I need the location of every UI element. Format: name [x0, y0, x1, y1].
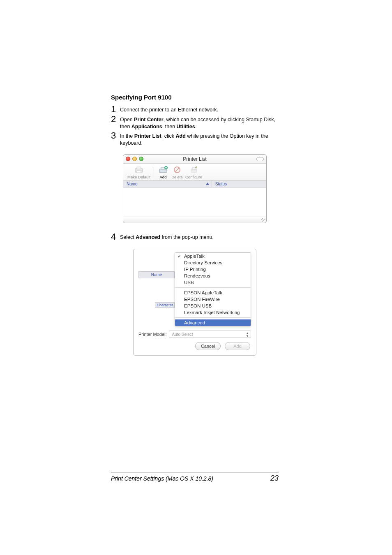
figure-2: Name Character AppleTalk Directory Servi…	[111, 249, 279, 356]
window-titlebar: Printer List	[123, 155, 266, 164]
toolbar-label: Delete	[171, 175, 182, 179]
page-number: 23	[270, 474, 279, 483]
character-label: Character	[155, 302, 175, 308]
page-footer: Print Center Settings (Mac OS X 10.2.8) …	[111, 472, 279, 483]
step-number: 3	[111, 131, 120, 140]
add-printer-sheet: Name Character AppleTalk Directory Servi…	[133, 249, 256, 356]
svg-rect-2	[137, 171, 141, 173]
make-default-button[interactable]: Make Default	[127, 165, 150, 179]
step-number: 2	[111, 115, 120, 124]
footer-title: Print Center Settings (Mac OS X 10.2.8)	[111, 475, 213, 482]
printer-model-row: Printer Model: Auto Select ▲▼	[134, 328, 256, 338]
configure-icon	[188, 165, 200, 174]
delete-icon	[171, 165, 183, 174]
menu-item-advanced[interactable]: Advanced	[175, 319, 251, 326]
toolbar-separator	[154, 167, 154, 179]
printer-model-label: Printer Model:	[138, 332, 166, 337]
svg-rect-1	[137, 167, 141, 169]
menu-item-lexmark[interactable]: Lexmark Inkjet Networking	[175, 309, 251, 316]
menu-item-appletalk[interactable]: AppleTalk	[175, 253, 251, 259]
svg-line-7	[175, 168, 179, 172]
sort-indicator-icon	[206, 183, 209, 185]
step-text: Connect the printer to an Ethernet netwo…	[120, 105, 279, 113]
resize-handle-icon[interactable]	[261, 218, 265, 222]
step-number: 1	[111, 105, 120, 114]
printer-list-window: Printer List Make Default Add	[123, 154, 267, 223]
column-status[interactable]: Status	[212, 182, 266, 186]
section-heading: Specifying Port 9100	[111, 94, 279, 101]
toolbar-label: Configure	[185, 175, 202, 179]
table-body	[123, 187, 266, 217]
add-button[interactable]: Add	[225, 342, 250, 350]
step-list-2: 4 Select Advanced from the pop-up menu.	[111, 232, 279, 241]
window-title: Printer List	[123, 156, 266, 162]
menu-item-epson-firewire[interactable]: EPSON FireWire	[175, 296, 251, 303]
delete-button[interactable]: Delete	[171, 165, 183, 179]
printer-model-select[interactable]: Auto Select ▲▼	[169, 331, 251, 338]
menu-item-directory-services[interactable]: Directory Services	[175, 259, 251, 266]
step-text: Open Print Center, which can be accessed…	[120, 115, 279, 130]
printer-icon	[133, 165, 145, 174]
menu-item-usb[interactable]: USB	[175, 279, 251, 286]
printer-add-icon	[157, 165, 169, 174]
step-3: 3 In the Printer List, click Add while p…	[111, 131, 279, 147]
step-list: 1 Connect the printer to an Ethernet net…	[111, 105, 279, 147]
step-number: 4	[111, 232, 120, 241]
toolbar-label: Make Default	[127, 175, 150, 179]
footer-rule	[111, 472, 279, 472]
step-2: 2 Open Print Center, which can be access…	[111, 115, 279, 130]
cancel-button[interactable]: Cancel	[195, 342, 221, 350]
menu-item-epson-appletalk[interactable]: EPSON AppleTalk	[175, 289, 251, 296]
table-header: Name Status	[123, 180, 266, 187]
step-4: 4 Select Advanced from the pop-up menu.	[111, 232, 279, 241]
column-name[interactable]: Name	[123, 180, 212, 187]
sheet-left-column: Name Character	[138, 252, 175, 308]
menu-item-rendezvous[interactable]: Rendezvous	[175, 273, 251, 279]
menu-divider	[175, 317, 251, 318]
name-column-header[interactable]: Name	[138, 271, 175, 278]
figure-1: Printer List Make Default Add	[111, 154, 279, 223]
toolbar-label: Add	[160, 175, 167, 179]
menu-divider	[175, 287, 251, 288]
step-text: In the Printer List, click Add while pre…	[120, 131, 279, 147]
menu-item-ip-printing[interactable]: IP Printing	[175, 266, 251, 273]
svg-rect-9	[192, 167, 196, 169]
add-button[interactable]: Add	[157, 165, 169, 179]
button-row: Cancel Add	[134, 338, 256, 350]
stepper-arrows-icon: ▲▼	[246, 332, 249, 338]
document-page: Specifying Port 9100 1 Connect the print…	[0, 0, 392, 555]
toolbar: Make Default Add Delete	[123, 164, 266, 180]
window-footer	[123, 217, 266, 223]
menu-item-epson-usb[interactable]: EPSON USB	[175, 303, 251, 309]
configure-button[interactable]: Configure	[185, 165, 202, 179]
connection-type-menu: AppleTalk Directory Services IP Printing…	[175, 252, 251, 326]
step-1: 1 Connect the printer to an Ethernet net…	[111, 105, 279, 114]
step-text: Select Advanced from the pop-up menu.	[120, 232, 279, 241]
